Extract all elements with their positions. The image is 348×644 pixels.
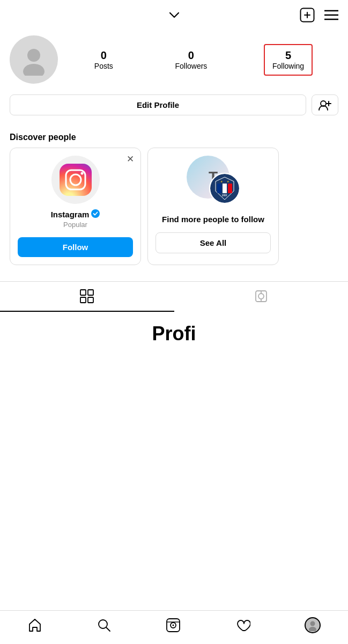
- discover-section-title: Discover people: [0, 126, 348, 148]
- svg-rect-21: [228, 184, 232, 193]
- see-all-button[interactable]: See All: [156, 232, 271, 253]
- following-stat[interactable]: 5 Following: [264, 44, 313, 76]
- followers-label: Followers: [175, 62, 207, 70]
- discover-card-instagram: ✕: [10, 148, 141, 265]
- partial-page-title: Profi: [0, 312, 348, 365]
- close-instagram-card-button[interactable]: ✕: [127, 153, 134, 165]
- instagram-sub: Popular: [63, 221, 87, 229]
- svg-rect-27: [80, 297, 86, 303]
- top-bar-actions: [300, 8, 338, 23]
- instagram-avatar: [51, 156, 100, 204]
- find-more-images: T ★ ★ FFF: [156, 156, 271, 204]
- grid-tab[interactable]: [0, 282, 174, 312]
- top-bar: [0, 0, 348, 30]
- svg-text:FFF: FFF: [222, 194, 227, 197]
- following-count: 5: [285, 49, 291, 62]
- profile-section: 0 Posts 0 Followers 5 Following: [0, 30, 348, 94]
- followers-count: 0: [188, 49, 194, 62]
- bottom-nav: [0, 610, 348, 644]
- svg-point-7: [23, 64, 45, 76]
- svg-rect-28: [88, 297, 93, 303]
- svg-point-15: [80, 172, 83, 175]
- tabs-bar: [0, 281, 348, 312]
- svg-rect-20: [223, 184, 227, 193]
- svg-point-37: [173, 625, 174, 626]
- likes-nav-button[interactable]: [235, 618, 250, 633]
- grid-icon: [80, 289, 94, 303]
- stats-container: 0 Posts 0 Followers 5 Following: [63, 44, 338, 76]
- svg-rect-11: [60, 164, 92, 196]
- svg-line-34: [107, 628, 110, 632]
- svg-point-16: [91, 209, 100, 218]
- dropdown-chevron-icon[interactable]: [169, 10, 180, 21]
- find-more-label: Find more people to follow: [162, 215, 264, 224]
- profile-actions: Edit Profile: [0, 94, 348, 126]
- instagram-name: Instagram: [51, 209, 100, 219]
- svg-rect-25: [80, 290, 86, 295]
- svg-point-40: [309, 627, 316, 631]
- new-post-button[interactable]: [300, 8, 315, 23]
- home-nav-button[interactable]: [27, 618, 42, 633]
- reels-nav-button[interactable]: [166, 618, 181, 633]
- menu-button[interactable]: [324, 10, 338, 20]
- edit-profile-button[interactable]: Edit Profile: [10, 94, 306, 115]
- add-friend-button[interactable]: [312, 94, 338, 115]
- tagged-tab[interactable]: [174, 282, 349, 312]
- search-nav-button[interactable]: [97, 618, 112, 633]
- svg-point-30: [258, 294, 264, 299]
- svg-rect-26: [88, 290, 93, 295]
- following-label: Following: [272, 62, 304, 70]
- posts-label: Posts: [94, 62, 113, 70]
- profile-nav-button[interactable]: [305, 617, 321, 633]
- svg-point-33: [99, 620, 107, 628]
- avatar[interactable]: [10, 35, 58, 84]
- discover-scroll: ✕: [0, 148, 348, 276]
- follow-instagram-button[interactable]: Follow: [18, 237, 133, 257]
- followers-stat[interactable]: 0 Followers: [169, 47, 212, 72]
- posts-stat[interactable]: 0 Posts: [89, 47, 119, 72]
- verified-badge-icon: [91, 209, 100, 219]
- discover-card-find-more: T ★ ★ FFF: [147, 148, 279, 265]
- svg-point-39: [310, 621, 315, 626]
- svg-rect-19: [217, 184, 221, 193]
- tagged-icon: [254, 289, 268, 303]
- posts-count: 0: [101, 49, 107, 62]
- svg-point-6: [27, 49, 40, 62]
